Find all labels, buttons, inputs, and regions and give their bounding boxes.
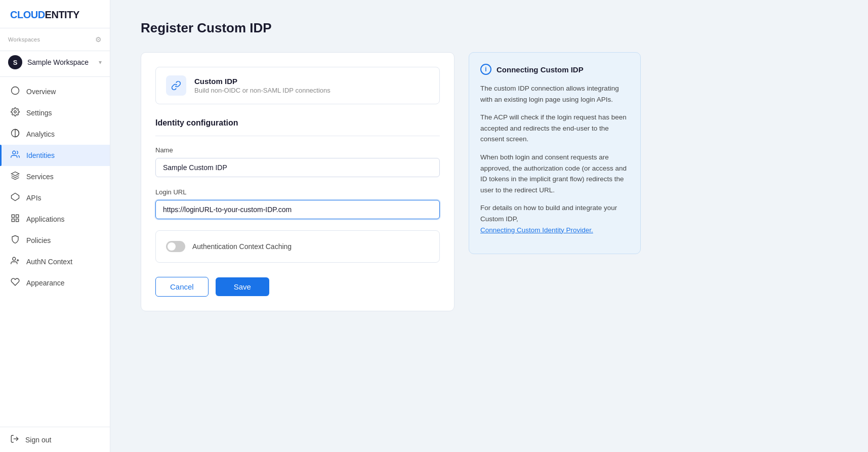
form-card: Custom IDP Build non-OIDC or non-SAML ID… bbox=[141, 52, 454, 311]
login-url-input[interactable] bbox=[155, 200, 440, 219]
sidebar-label-analytics: Analytics bbox=[26, 130, 55, 138]
sidebar-item-apis[interactable]: APIs bbox=[0, 187, 110, 209]
apis-icon bbox=[10, 192, 20, 203]
policies-icon bbox=[10, 235, 20, 246]
sidebar-label-appearance: Appearance bbox=[26, 279, 65, 287]
signout-icon bbox=[10, 434, 19, 445]
signout-label: Sign out bbox=[25, 436, 51, 444]
content-layout: Custom IDP Build non-OIDC or non-SAML ID… bbox=[141, 52, 838, 311]
sidebar-label-applications: Applications bbox=[26, 215, 65, 223]
toggle-label: Authentication Context Caching bbox=[192, 242, 292, 251]
sidebar-item-policies[interactable]: Policies bbox=[0, 230, 110, 251]
sidebar-label-apis: APIs bbox=[26, 194, 42, 202]
svg-rect-6 bbox=[16, 215, 19, 217]
identities-icon bbox=[10, 150, 20, 161]
sidebar-item-authn-context[interactable]: AuthN Context bbox=[0, 251, 110, 272]
sidebar-item-identities[interactable]: Identities bbox=[0, 145, 110, 166]
page-title: Register Custom IDP bbox=[141, 20, 838, 36]
sidebar-item-overview[interactable]: Overview bbox=[0, 81, 110, 102]
gear-icon[interactable]: ⚙ bbox=[95, 35, 102, 44]
svg-rect-5 bbox=[12, 215, 14, 217]
sidebar-label-identities: Identities bbox=[26, 151, 55, 159]
info-panel-title: Connecting Custom IDP bbox=[497, 65, 584, 74]
info-para-1: The custom IDP connection allows integra… bbox=[480, 83, 629, 105]
overview-icon bbox=[10, 86, 20, 97]
idp-type-header: Custom IDP Build non-OIDC or non-SAML ID… bbox=[155, 67, 440, 104]
workspace-avatar: S bbox=[8, 55, 22, 69]
info-para-2: The ACP will check if the login request … bbox=[480, 112, 629, 145]
form-actions: Cancel Save bbox=[155, 277, 440, 297]
workspaces-section: Workspaces ⚙ bbox=[0, 28, 110, 51]
sidebar-item-appearance[interactable]: Appearance bbox=[0, 272, 110, 294]
idp-title: Custom IDP bbox=[194, 77, 330, 86]
workspaces-label: Workspaces bbox=[8, 36, 40, 43]
svg-marker-4 bbox=[12, 193, 19, 201]
main-content: Register Custom IDP Custom IDP Build non… bbox=[110, 0, 868, 452]
sidebar-label-services: Services bbox=[26, 173, 54, 181]
workspace-name: Sample Workspace bbox=[27, 58, 94, 66]
toggle-section: Authentication Context Caching bbox=[155, 230, 440, 263]
info-para-3: When both login and consent requests are… bbox=[480, 152, 629, 195]
logo: CLOUDENTITY bbox=[0, 0, 110, 28]
name-input[interactable] bbox=[155, 158, 440, 177]
idp-info: Custom IDP Build non-OIDC or non-SAML ID… bbox=[194, 77, 330, 94]
info-link[interactable]: Connecting Custom Identity Provider. bbox=[480, 226, 593, 234]
logo-cloud: CLOUD bbox=[10, 9, 45, 20]
sidebar-item-applications[interactable]: Applications bbox=[0, 209, 110, 230]
auth-context-toggle[interactable] bbox=[166, 241, 185, 252]
info-panel-header: i Connecting Custom IDP bbox=[480, 64, 629, 75]
login-url-field-group: Login URL bbox=[155, 188, 440, 219]
svg-point-3 bbox=[13, 151, 16, 154]
settings-icon bbox=[10, 107, 20, 118]
sidebar-item-analytics[interactable]: Analytics bbox=[0, 124, 110, 145]
chevron-down-icon: ▾ bbox=[99, 59, 102, 66]
logo-identity: ENTITY bbox=[45, 9, 79, 20]
idp-icon bbox=[166, 75, 186, 96]
name-field-group: Name bbox=[155, 146, 440, 177]
info-body: The custom IDP connection allows integra… bbox=[480, 83, 629, 235]
services-icon bbox=[10, 171, 20, 182]
workspace-selector[interactable]: S Sample Workspace ▾ bbox=[0, 51, 110, 77]
svg-point-1 bbox=[14, 111, 17, 113]
nav-menu: Overview Settings Analytics Identities S… bbox=[0, 77, 110, 427]
idp-subtitle: Build non-OIDC or non-SAML IDP connectio… bbox=[194, 87, 330, 94]
login-url-label: Login URL bbox=[155, 188, 440, 196]
sidebar-item-services[interactable]: Services bbox=[0, 166, 110, 187]
sidebar-label-authn-context: AuthN Context bbox=[26, 258, 72, 266]
sidebar-label-overview: Overview bbox=[26, 88, 56, 96]
sidebar-label-settings: Settings bbox=[26, 109, 52, 117]
authn-context-icon bbox=[10, 256, 20, 267]
signout-button[interactable]: Sign out bbox=[10, 434, 100, 445]
appearance-icon bbox=[10, 277, 20, 289]
sidebar-item-settings[interactable]: Settings bbox=[0, 102, 110, 124]
info-panel: i Connecting Custom IDP The custom IDP c… bbox=[469, 52, 641, 254]
svg-point-9 bbox=[13, 257, 16, 260]
svg-rect-7 bbox=[12, 219, 14, 222]
info-icon: i bbox=[480, 64, 491, 75]
name-label: Name bbox=[155, 146, 440, 154]
save-button[interactable]: Save bbox=[216, 277, 269, 296]
svg-rect-8 bbox=[16, 219, 19, 222]
analytics-icon bbox=[10, 129, 20, 140]
sidebar-label-policies: Policies bbox=[26, 236, 51, 244]
sidebar: CLOUDENTITY Workspaces ⚙ S Sample Worksp… bbox=[0, 0, 110, 452]
info-para-4: For details on how to build and integrat… bbox=[480, 202, 629, 235]
sidebar-bottom: Sign out bbox=[0, 427, 110, 452]
svg-point-0 bbox=[12, 87, 19, 95]
cancel-button[interactable]: Cancel bbox=[155, 277, 209, 297]
applications-icon bbox=[10, 214, 20, 225]
section-title: Identity configuration bbox=[155, 118, 440, 136]
